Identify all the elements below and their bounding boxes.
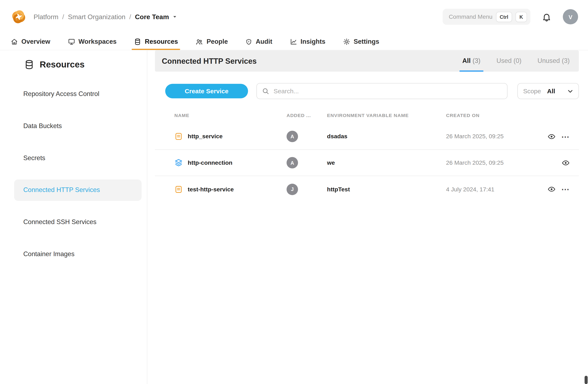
primary-nav: Overview Workspaces Resources People Aud… — [0, 34, 588, 50]
filter-count: (3) — [562, 57, 570, 65]
database-icon — [24, 59, 34, 70]
sidebar-item-connected-ssh-services[interactable]: Connected SSH Services — [14, 211, 142, 233]
tab-audit[interactable]: Audit — [245, 34, 273, 50]
breadcrumb-organization[interactable]: Smart Organization — [68, 13, 126, 21]
main-panel: Connected HTTP Services All (3) Used (0)… — [155, 50, 579, 384]
caret-down-icon — [171, 13, 178, 20]
app-logo-icon[interactable] — [10, 8, 27, 25]
filter-label: All — [462, 57, 471, 65]
cell-name: http-connection — [174, 158, 287, 167]
tab-workspaces[interactable]: Workspaces — [67, 34, 117, 50]
database-icon — [134, 38, 141, 45]
filter-tab-unused[interactable]: Unused (3) — [538, 50, 570, 72]
tab-label: Resources — [145, 38, 178, 46]
cell-added-by: J — [287, 183, 327, 195]
cell-name: test-http-service — [174, 185, 287, 193]
user-avatar[interactable]: V — [563, 9, 578, 24]
filter-label: Unused — [538, 57, 560, 65]
page-title: Connected HTTP Services — [162, 57, 257, 65]
chart-icon — [290, 38, 297, 45]
filter-tab-used[interactable]: Used (0) — [496, 50, 522, 72]
k-key-badge: K — [515, 12, 527, 22]
breadcrumb-platform[interactable]: Platform — [34, 13, 58, 21]
tab-insights[interactable]: Insights — [289, 34, 326, 50]
tab-people[interactable]: People — [195, 34, 229, 50]
table-body: http_service A dsadas 26 March 2025, 09:… — [155, 123, 579, 202]
row-name[interactable]: http-connection — [188, 159, 232, 166]
chevron-down-icon — [567, 87, 574, 95]
view-eye-icon[interactable] — [547, 185, 555, 193]
row-name[interactable]: test-http-service — [188, 186, 234, 193]
row-created-on: 26 March 2025, 09:25 — [446, 159, 528, 166]
filter-tab-all[interactable]: All (3) — [462, 50, 481, 72]
cell-actions: ⋯ — [528, 133, 570, 140]
cell-name: http_service — [174, 132, 287, 141]
table-row[interactable]: test-http-service J httpTest 4 July 2024… — [155, 176, 579, 202]
filter-count: (3) — [472, 57, 481, 65]
panel-header: Connected HTTP Services All (3) Used (0)… — [155, 50, 579, 72]
toolbar: Create Service Scope All — [155, 83, 579, 99]
search-box — [256, 83, 507, 99]
column-header-name: NAME — [174, 113, 287, 118]
row-env-var: httpTest — [327, 186, 446, 193]
table-row[interactable]: http-connection A we 26 March 2025, 09:2… — [155, 150, 579, 176]
sidebar-item-data-buckets[interactable]: Data Buckets — [14, 115, 142, 137]
view-eye-icon[interactable] — [562, 159, 570, 167]
service-type-icon — [174, 132, 183, 141]
home-icon — [11, 38, 18, 45]
view-eye-icon[interactable] — [547, 133, 555, 140]
tab-label: Insights — [300, 38, 325, 46]
service-type-icon — [174, 185, 183, 193]
column-header-added-by: ADDED ... — [287, 113, 327, 118]
tab-resources[interactable]: Resources — [133, 34, 179, 50]
row-env-var: we — [327, 159, 446, 166]
filter-tabs: All (3) Used (0) Unused (3) — [462, 50, 570, 72]
breadcrumb-separator: / — [62, 13, 64, 21]
tab-label: Workspaces — [78, 38, 117, 46]
cell-actions: ⋯ — [528, 185, 570, 193]
row-created-on: 4 July 2024, 17:41 — [446, 186, 528, 193]
tab-label: People — [207, 38, 228, 46]
search-input[interactable] — [256, 83, 507, 99]
row-env-var: dsadas — [327, 133, 446, 140]
tab-overview[interactable]: Overview — [10, 34, 51, 50]
create-service-button[interactable]: Create Service — [165, 84, 248, 98]
breadcrumb-separator: / — [129, 13, 131, 21]
notifications-bell-icon[interactable] — [542, 12, 551, 22]
scope-value: All — [547, 87, 555, 95]
cell-added-by: A — [287, 131, 327, 142]
shield-icon — [245, 38, 252, 45]
services-table: NAME ADDED ... ENVIRONMENT VARIABLE NAME… — [155, 113, 579, 202]
table-header-row: NAME ADDED ... ENVIRONMENT VARIABLE NAME… — [155, 113, 579, 118]
sidebar-item-secrets[interactable]: Secrets — [14, 147, 142, 169]
scope-select[interactable]: Scope All — [517, 83, 579, 99]
row-created-on: 26 March 2025, 09:25 — [446, 133, 528, 140]
breadcrumb-team-selector[interactable]: Core Team — [135, 13, 178, 21]
sidebar-title: Resources — [9, 59, 147, 83]
table-row[interactable]: http_service A dsadas 26 March 2025, 09:… — [155, 123, 579, 150]
row-more-button[interactable]: ⋯ — [561, 133, 570, 140]
row-more-button[interactable]: ⋯ — [561, 185, 570, 193]
cell-actions — [528, 159, 570, 167]
resources-sidebar: Resources Repository Access Control Data… — [9, 50, 147, 384]
ctrl-key-badge: Ctrl — [496, 12, 512, 22]
monitor-icon — [68, 38, 75, 45]
row-avatar: A — [287, 131, 298, 142]
gear-icon — [343, 38, 350, 45]
sidebar-item-container-images[interactable]: Container Images — [14, 243, 142, 265]
sidebar-title-text: Resources — [40, 59, 84, 70]
sidebar-item-connected-http-services[interactable]: Connected HTTP Services — [14, 179, 142, 201]
sidebar-item-repository-access-control[interactable]: Repository Access Control — [14, 83, 142, 105]
row-name[interactable]: http_service — [188, 133, 223, 140]
scrollbar-thumb[interactable] — [585, 376, 588, 384]
people-icon — [196, 38, 203, 46]
command-menu-label: Command Menu — [449, 13, 492, 20]
app-root: Platform / Smart Organization / Core Tea… — [0, 0, 588, 384]
tab-settings[interactable]: Settings — [342, 34, 380, 50]
column-header-env-var-name: ENVIRONMENT VARIABLE NAME — [327, 113, 446, 118]
command-menu-button[interactable]: Command Menu Ctrl K — [443, 9, 530, 25]
tab-label: Settings — [354, 38, 379, 46]
header-right: Command Menu Ctrl K V — [443, 9, 578, 25]
content-area: Resources Repository Access Control Data… — [0, 50, 588, 384]
breadcrumb-team-label: Core Team — [135, 13, 169, 21]
